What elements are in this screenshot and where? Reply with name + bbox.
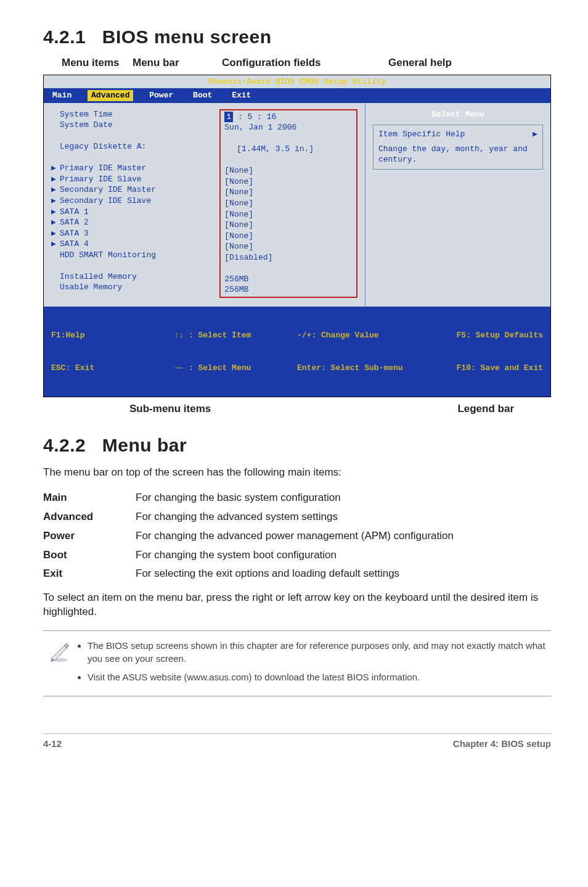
note-2: Visit the ASUS website (www.asus.com) to… bbox=[88, 671, 551, 683]
def-boot-desc: For changing the system boot configurati… bbox=[136, 546, 551, 565]
page-footer: 4-12 Chapter 4: BIOS setup bbox=[43, 733, 551, 750]
bios-bottom-labels: Sub-menu items Legend bar bbox=[43, 402, 551, 422]
def-exit-desc: For selecting the exit options and loadi… bbox=[136, 564, 551, 584]
submenu-icon: ▶ bbox=[51, 217, 60, 228]
def-boot-term: Boot bbox=[43, 546, 136, 565]
bios-left-panel: System Time System Date Legacy Diskette … bbox=[44, 103, 365, 307]
foot-select-item: ↑↓ : Select Item bbox=[174, 330, 298, 341]
row-s2-l[interactable]: SATA 2 bbox=[60, 217, 89, 228]
row-sis-v: [None] bbox=[224, 198, 253, 209]
foot-f5: F5: Setup Defaults bbox=[420, 330, 544, 341]
row-s3-v: [None] bbox=[224, 231, 253, 242]
bios-top-labels: Menu items Menu bar Configuration fields… bbox=[43, 56, 551, 75]
row-sim-v: [None] bbox=[224, 187, 253, 198]
menu-bar-intro: The menu bar on top of the screen has th… bbox=[43, 466, 551, 480]
def-main-desc: For changing the basic system configurat… bbox=[136, 489, 551, 508]
selected-field-highlight: 1 : 5 : 16 Sun, Jan 1 2006 [1.44M, 3.5 i… bbox=[219, 109, 357, 298]
menu-definitions: Main For changing the basic system confi… bbox=[43, 489, 551, 584]
section-422-title: 4.2.2 Menu bar bbox=[43, 433, 551, 458]
note-1: The BIOS setup screens shown in this cha… bbox=[88, 640, 551, 665]
submenu-icon: ▶ bbox=[51, 184, 60, 196]
foot-f10: F10: Save and Exit bbox=[420, 363, 544, 374]
section-421-title: 4.2.1 BIOS menu screen bbox=[43, 25, 551, 50]
row-use-v: 256MB bbox=[224, 284, 248, 295]
row-system-time-v-rest[interactable]: : 5 : 16 bbox=[233, 112, 276, 123]
chevron-right-icon: ▶ bbox=[533, 129, 537, 140]
def-power-desc: For changing the advanced power manageme… bbox=[136, 527, 551, 546]
submenu-icon: ▶ bbox=[51, 163, 60, 174]
tab-main[interactable]: Main bbox=[52, 90, 71, 101]
select-instruction: To select an item on the menu bar, press… bbox=[43, 591, 551, 619]
row-use-l: Usable Memory bbox=[60, 282, 122, 293]
submenu-icon: ▶ bbox=[51, 174, 60, 185]
note-block: The BIOS setup screens shown in this cha… bbox=[43, 630, 551, 696]
submenu-icon: ▶ bbox=[51, 196, 60, 207]
help-panel-head: Select Menu bbox=[373, 109, 543, 120]
def-advanced-term: Advanced bbox=[43, 508, 136, 527]
row-system-date-l: System Date bbox=[60, 120, 113, 131]
row-hdd-l: HDD SMART Monitoring bbox=[60, 250, 156, 261]
bios-menu-bar: Main Advanced Power Boot Exit bbox=[44, 88, 550, 103]
bios-help-panel: Select Menu Item Specific Help ▶ Change … bbox=[365, 103, 550, 307]
tab-advanced[interactable]: Advanced bbox=[88, 90, 133, 101]
label-config-fields: Configuration fields bbox=[222, 56, 321, 70]
section-422-text: Menu bar bbox=[102, 435, 187, 455]
row-hdd-v: [Disabled] bbox=[224, 252, 272, 263]
row-inst-v: 256MB bbox=[224, 274, 248, 285]
bios-screenshot: Phoenix-Award BIOS CMOS Setup Utility Ma… bbox=[43, 75, 551, 398]
def-main-term: Main bbox=[43, 489, 136, 508]
label-legend-bar: Legend bar bbox=[457, 402, 514, 416]
submenu-icon: ▶ bbox=[51, 239, 60, 250]
row-pim-v: [None] bbox=[224, 165, 253, 176]
row-s4-v: [None] bbox=[224, 241, 253, 252]
label-submenu-items: Sub-menu items bbox=[129, 402, 211, 416]
row-s2-v: [None] bbox=[224, 220, 253, 231]
bios-window-title: Phoenix-Award BIOS CMOS Setup Utility bbox=[44, 75, 550, 89]
row-pim-l[interactable]: Primary IDE Master bbox=[60, 163, 146, 174]
section-421-text: BIOS menu screen bbox=[102, 27, 272, 47]
label-general-help: General help bbox=[388, 56, 452, 70]
def-advanced-desc: For changing the advanced system setting… bbox=[136, 508, 551, 527]
foot-change-value: -/+: Change Value bbox=[297, 330, 420, 341]
row-legacy-v[interactable]: [1.44M, 3.5 in.] bbox=[224, 144, 314, 155]
note-pencil-icon bbox=[43, 637, 76, 663]
bios-legend-bar: F1:Help ESC: Exit ↑↓ : Select Item →← : … bbox=[44, 307, 550, 397]
tab-boot[interactable]: Boot bbox=[193, 90, 212, 101]
tab-exit[interactable]: Exit bbox=[232, 90, 251, 101]
row-s4-l[interactable]: SATA 4 bbox=[60, 239, 89, 250]
submenu-icon: ▶ bbox=[51, 228, 60, 239]
tab-power[interactable]: Power bbox=[149, 90, 173, 101]
help-item-specific: Item Specific Help bbox=[378, 129, 465, 140]
row-s1-v: [None] bbox=[224, 209, 253, 220]
section-422-num: 4.2.2 bbox=[43, 435, 86, 455]
label-menu-bar: Menu bar bbox=[133, 56, 179, 70]
foot-select-submenu: Enter: Select Sub-menu bbox=[297, 363, 420, 374]
help-body-text: Change the day, month, year and century. bbox=[378, 144, 537, 165]
foot-select-menu: →← : Select Menu bbox=[174, 363, 298, 374]
row-system-date-v[interactable]: Sun, Jan 1 2006 bbox=[224, 122, 296, 133]
row-pis-v: [None] bbox=[224, 176, 253, 188]
def-exit-term: Exit bbox=[43, 564, 136, 584]
submenu-icon: ▶ bbox=[51, 207, 60, 218]
row-inst-l: Installed Memory bbox=[60, 271, 137, 283]
foot-esc: ESC: Exit bbox=[51, 363, 174, 374]
foot-f1: F1:Help bbox=[51, 330, 174, 341]
section-421-num: 4.2.1 bbox=[43, 27, 86, 47]
row-legacy-l: Legacy Diskette A: bbox=[60, 141, 146, 152]
footer-chapter: Chapter 4: BIOS setup bbox=[453, 738, 551, 750]
row-s3-l[interactable]: SATA 3 bbox=[60, 228, 89, 239]
row-system-time-v-cur[interactable]: 1 bbox=[224, 112, 233, 123]
bios-window-title-text: Phoenix-Award BIOS CMOS Setup Utility bbox=[208, 77, 386, 86]
row-system-time-l: System Time bbox=[60, 109, 113, 120]
row-pis-l[interactable]: Primary IDE Slave bbox=[60, 174, 142, 185]
def-power-term: Power bbox=[43, 527, 136, 546]
row-sim-l[interactable]: Secondary IDE Master bbox=[60, 184, 156, 196]
label-menu-items: Menu items bbox=[62, 56, 120, 70]
row-s1-l[interactable]: SATA 1 bbox=[60, 207, 89, 218]
row-sis-l[interactable]: Secondary IDE Slave bbox=[60, 196, 151, 207]
footer-page-number: 4-12 bbox=[43, 738, 62, 750]
